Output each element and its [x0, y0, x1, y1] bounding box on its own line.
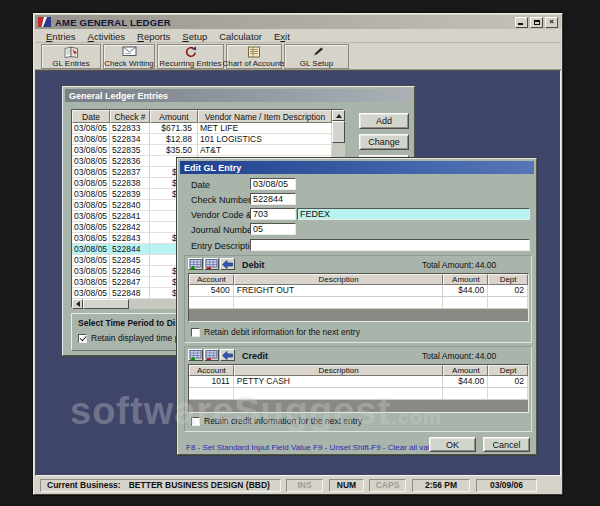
column-header-dept[interactable]: Dept: [488, 274, 528, 285]
column-header-description[interactable]: Description: [234, 365, 444, 376]
cell-date: 03/08/05: [72, 123, 110, 134]
scroll-left-button[interactable]: [72, 299, 83, 309]
cell-account: 5400: [189, 285, 234, 297]
add-row-button[interactable]: [188, 258, 203, 270]
menu-activities[interactable]: Activities: [82, 31, 132, 42]
minimize-icon: [518, 23, 523, 25]
vendor-code-field[interactable]: 703: [250, 208, 296, 220]
credit-row[interactable]: [189, 388, 528, 400]
check-number-field[interactable]: 522844: [250, 193, 296, 205]
cell-date: 03/08/05: [72, 277, 110, 288]
gl-window-titlebar[interactable]: General Ledger Entries: [65, 89, 412, 102]
retain-credit-checkbox[interactable]: [191, 417, 200, 426]
cell-amount: [443, 388, 488, 400]
section-name: Credit: [242, 351, 268, 361]
triangle-up-icon: [336, 114, 342, 118]
date-label: Date: [191, 180, 210, 190]
cell-date: 03/08/05: [72, 156, 110, 167]
journal-number-field[interactable]: 05: [250, 223, 296, 235]
cell-date: 03/08/05: [72, 189, 110, 200]
date-field[interactable]: 03/08/05: [250, 178, 296, 190]
vendor-desc-field[interactable]: FEDEX: [297, 208, 530, 220]
hscrollbar-thumb[interactable]: [83, 299, 129, 309]
triangle-left-icon: [76, 301, 80, 307]
toolbar-chart-of-accounts-button[interactable]: Chart of Accounts: [226, 44, 282, 69]
column-header-account[interactable]: Account: [189, 274, 234, 285]
retain-debit-checkbox[interactable]: [191, 328, 200, 337]
app-logo-icon: [38, 17, 51, 27]
toolbar-button-label: GL Entries: [52, 59, 90, 68]
delete-row-button[interactable]: [204, 349, 219, 361]
column-header-vendor-name-item-description[interactable]: Vendor Name / Item Description: [198, 110, 332, 123]
column-header-account[interactable]: Account: [189, 365, 234, 376]
column-header-amount[interactable]: Amount: [150, 110, 198, 123]
add-row-button[interactable]: [188, 349, 203, 361]
credit-row[interactable]: 1011PETTY CASH$44.0002: [189, 376, 528, 388]
cell-description: PETTY CASH: [234, 376, 444, 388]
scrollbar-thumb[interactable]: [332, 121, 345, 143]
caps-indicator: CAPS: [369, 479, 406, 492]
menu-calculator[interactable]: Calculator: [213, 31, 268, 42]
toolbar-gl-setup-button[interactable]: GL Setup: [284, 44, 349, 69]
minimize-button[interactable]: [515, 17, 528, 28]
entry-description-field[interactable]: [250, 239, 530, 251]
change-button[interactable]: Change: [359, 134, 409, 150]
column-header-check[interactable]: Check #: [110, 110, 150, 123]
scroll-up-button[interactable]: [332, 110, 345, 121]
ledger-icon: [64, 46, 79, 58]
app-title: AME GENERAL LEDGER: [55, 17, 515, 28]
column-header-description[interactable]: Description: [234, 274, 444, 285]
toolbar-button-label: Chart of Accounts: [222, 59, 285, 68]
cancel-button[interactable]: Cancel: [483, 437, 530, 452]
cell-date: 03/08/05: [72, 134, 110, 145]
cell-check: 522838: [110, 178, 150, 189]
debit-row[interactable]: [189, 297, 528, 309]
column-header-date[interactable]: Date: [72, 110, 110, 123]
cell-amount: [443, 297, 488, 309]
add-button[interactable]: Add: [359, 113, 409, 129]
gl-table-row[interactable]: 03/08/05522835$35.50AT&T: [72, 145, 332, 156]
menu-reports[interactable]: Reports: [131, 31, 176, 42]
menu-setup[interactable]: Setup: [176, 31, 213, 42]
maximize-button[interactable]: [530, 17, 543, 28]
toolbar-check-writing-button[interactable]: Check Writing: [103, 44, 155, 69]
ok-button[interactable]: OK: [429, 437, 476, 452]
total-amount-label: Total Amount:: [422, 260, 474, 270]
menu-entries[interactable]: Entries: [40, 31, 82, 42]
toolbar: GL EntriesCheck WritingRecurring Entries…: [35, 44, 561, 70]
cell-date: 03/08/05: [72, 145, 110, 156]
dialog-title: Edit GL Entry: [184, 163, 241, 173]
delete-row-button[interactable]: [204, 258, 219, 270]
cell-vendor: AT&T: [198, 145, 332, 156]
arrow-left-icon-button[interactable]: [220, 349, 235, 361]
gl-table-row[interactable]: 03/08/05522834$12.88101 LOGISTICS: [72, 134, 332, 145]
dialog-titlebar[interactable]: Edit GL Entry: [180, 161, 534, 174]
cell-date: 03/08/05: [72, 178, 110, 189]
ins-indicator: INS: [286, 479, 323, 492]
cell-date: 03/08/05: [72, 288, 110, 299]
edit-gl-entry-dialog: Edit GL Entry Date 03/08/05 Check Number…: [177, 158, 537, 455]
cell-check: 522845: [110, 255, 150, 266]
cell-check: 522844: [110, 244, 150, 255]
cell-amount: $12.88: [150, 134, 198, 145]
menu-exit[interactable]: Exit: [268, 31, 296, 42]
close-button[interactable]: ×: [545, 17, 558, 28]
cell-check: 522835: [110, 145, 150, 156]
cell-amount: $44.00: [443, 376, 488, 388]
toolbar-button-label: GL Setup: [300, 59, 334, 68]
column-header-amount[interactable]: Amount: [443, 365, 488, 376]
maximize-icon: [534, 20, 540, 25]
column-header-amount[interactable]: Amount: [443, 274, 488, 285]
current-business-label: Current Business:: [47, 480, 121, 490]
gl-table-row[interactable]: 03/08/05522833$671.35MET LIFE: [72, 123, 332, 134]
app-titlebar[interactable]: AME GENERAL LEDGER ×: [35, 15, 561, 29]
toolbar-gl-entries-button[interactable]: GL Entries: [41, 44, 101, 69]
arrow-left-icon-button[interactable]: [220, 258, 235, 270]
retain-time-period-checkbox[interactable]: [78, 334, 87, 343]
debit-row[interactable]: 5400FREIGHT OUT$44.0002: [189, 285, 528, 297]
cell-check: 522843: [110, 233, 150, 244]
cell-date: 03/08/05: [72, 211, 110, 222]
column-header-dept[interactable]: Dept: [488, 365, 528, 376]
toolbar-recurring-entries-button[interactable]: Recurring Entries: [157, 44, 224, 69]
cell-date: 03/08/05: [72, 255, 110, 266]
